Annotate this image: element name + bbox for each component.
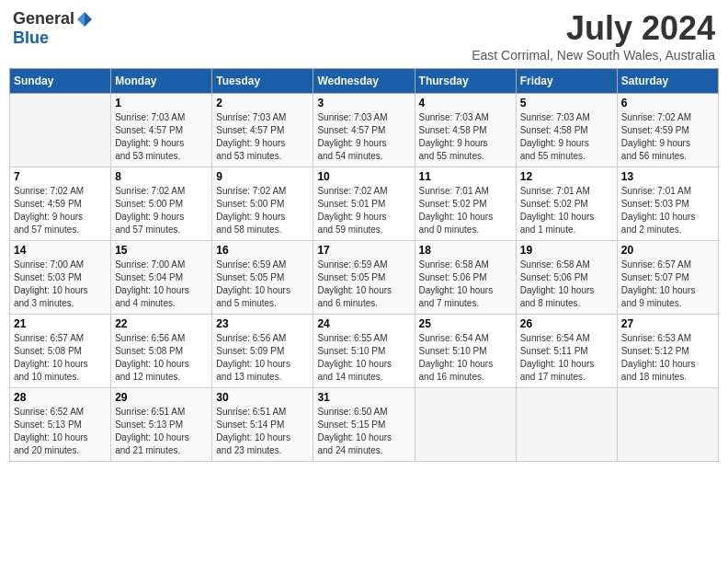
calendar-day-cell: 11Sunrise: 7:01 AM Sunset: 5:02 PM Dayli… [415,167,516,241]
day-number: 15 [115,244,208,257]
calendar-day-cell: 6Sunrise: 7:02 AM Sunset: 4:59 PM Daylig… [617,94,718,167]
calendar-day-cell: 19Sunrise: 6:58 AM Sunset: 5:06 PM Dayli… [516,241,617,315]
calendar-day-cell [10,94,111,167]
day-number: 22 [115,317,208,330]
day-info: Sunrise: 6:59 AM Sunset: 5:05 PM Dayligh… [216,259,309,310]
calendar-day-cell: 1Sunrise: 7:03 AM Sunset: 4:57 PM Daylig… [111,94,212,167]
day-number: 25 [419,317,512,330]
day-info: Sunrise: 7:02 AM Sunset: 5:00 PM Dayligh… [216,185,309,236]
day-number: 4 [419,97,512,109]
calendar-day-cell: 16Sunrise: 6:59 AM Sunset: 5:05 PM Dayli… [212,241,313,315]
day-number: 16 [216,244,309,257]
day-number: 8 [115,170,208,183]
calendar-week-row: 28Sunrise: 6:52 AM Sunset: 5:13 PM Dayli… [10,388,719,462]
calendar-table: SundayMondayTuesdayWednesdayThursdayFrid… [9,68,719,462]
day-info: Sunrise: 6:59 AM Sunset: 5:05 PM Dayligh… [317,259,410,310]
day-info: Sunrise: 7:02 AM Sunset: 5:00 PM Dayligh… [115,185,208,236]
day-info: Sunrise: 6:58 AM Sunset: 5:06 PM Dayligh… [419,259,512,310]
logo-icon [75,10,94,29]
calendar-day-cell: 14Sunrise: 7:00 AM Sunset: 5:03 PM Dayli… [10,241,111,315]
logo: General Blue [13,9,95,48]
day-number: 24 [317,317,410,330]
title-area: July 2024 East Corrimal, New South Wales… [472,9,715,63]
calendar-day-cell: 27Sunrise: 6:53 AM Sunset: 5:12 PM Dayli… [617,315,718,388]
calendar-day-cell: 15Sunrise: 7:00 AM Sunset: 5:04 PM Dayli… [111,241,212,315]
day-info: Sunrise: 7:03 AM Sunset: 4:57 PM Dayligh… [216,111,309,163]
day-number: 11 [419,170,512,183]
calendar-week-row: 14Sunrise: 7:00 AM Sunset: 5:03 PM Dayli… [10,241,719,315]
calendar-day-cell: 13Sunrise: 7:01 AM Sunset: 5:03 PM Dayli… [617,167,718,241]
calendar-day-cell: 30Sunrise: 6:51 AM Sunset: 5:14 PM Dayli… [212,388,313,462]
logo-general: General [13,9,74,29]
day-of-week-header: Sunday [10,69,111,94]
day-number: 19 [520,244,613,257]
calendar-week-row: 7Sunrise: 7:02 AM Sunset: 4:59 PM Daylig… [10,167,719,241]
day-number: 31 [317,391,410,404]
logo-blue: Blue [13,29,49,48]
header: General Blue July 2024 East Corrimal, Ne… [9,9,719,63]
calendar-week-row: 21Sunrise: 6:57 AM Sunset: 5:08 PM Dayli… [10,315,719,388]
calendar-day-cell: 12Sunrise: 7:01 AM Sunset: 5:02 PM Dayli… [516,167,617,241]
calendar-day-cell: 25Sunrise: 6:54 AM Sunset: 5:10 PM Dayli… [415,315,516,388]
day-info: Sunrise: 7:01 AM Sunset: 5:03 PM Dayligh… [621,185,714,236]
calendar-day-cell: 18Sunrise: 6:58 AM Sunset: 5:06 PM Dayli… [415,241,516,315]
day-number: 20 [621,244,714,257]
day-number: 27 [621,317,714,330]
day-number: 26 [520,317,613,330]
day-info: Sunrise: 7:02 AM Sunset: 4:59 PM Dayligh… [14,185,107,236]
day-info: Sunrise: 7:03 AM Sunset: 4:57 PM Dayligh… [317,111,410,163]
day-number: 2 [216,97,309,109]
day-info: Sunrise: 6:57 AM Sunset: 5:08 PM Dayligh… [14,332,107,384]
day-number: 6 [621,97,714,109]
title-month: July 2024 [472,9,715,48]
day-number: 7 [14,170,107,183]
day-info: Sunrise: 7:01 AM Sunset: 5:02 PM Dayligh… [419,185,512,236]
day-info: Sunrise: 7:01 AM Sunset: 5:02 PM Dayligh… [520,185,613,236]
day-number: 9 [216,170,309,183]
calendar-day-cell: 7Sunrise: 7:02 AM Sunset: 4:59 PM Daylig… [10,167,111,241]
calendar-day-cell: 28Sunrise: 6:52 AM Sunset: 5:13 PM Dayli… [10,388,111,462]
calendar-day-cell: 8Sunrise: 7:02 AM Sunset: 5:00 PM Daylig… [111,167,212,241]
day-number: 29 [115,391,208,404]
day-number: 1 [115,97,208,109]
svg-marker-1 [77,12,85,27]
calendar-day-cell [516,388,617,462]
day-info: Sunrise: 6:50 AM Sunset: 5:15 PM Dayligh… [317,406,410,457]
calendar-day-cell: 2Sunrise: 7:03 AM Sunset: 4:57 PM Daylig… [212,94,313,167]
day-info: Sunrise: 6:57 AM Sunset: 5:07 PM Dayligh… [621,259,714,310]
day-of-week-header: Friday [516,69,617,94]
day-info: Sunrise: 6:58 AM Sunset: 5:06 PM Dayligh… [520,259,613,310]
calendar-day-cell: 26Sunrise: 6:54 AM Sunset: 5:11 PM Dayli… [516,315,617,388]
calendar-body: 1Sunrise: 7:03 AM Sunset: 4:57 PM Daylig… [10,94,719,462]
title-location: East Corrimal, New South Wales, Australi… [472,48,715,63]
day-number: 3 [317,97,410,109]
calendar-day-cell: 29Sunrise: 6:51 AM Sunset: 5:13 PM Dayli… [111,388,212,462]
day-number: 13 [621,170,714,183]
day-number: 21 [14,317,107,330]
day-info: Sunrise: 6:55 AM Sunset: 5:10 PM Dayligh… [317,332,410,384]
calendar-day-cell: 23Sunrise: 6:56 AM Sunset: 5:09 PM Dayli… [212,315,313,388]
day-info: Sunrise: 6:53 AM Sunset: 5:12 PM Dayligh… [621,332,714,384]
day-info: Sunrise: 6:51 AM Sunset: 5:13 PM Dayligh… [115,406,208,457]
day-number: 23 [216,317,309,330]
day-number: 12 [520,170,613,183]
calendar-day-cell: 31Sunrise: 6:50 AM Sunset: 5:15 PM Dayli… [313,388,415,462]
day-number: 10 [317,170,410,183]
calendar-day-cell: 9Sunrise: 7:02 AM Sunset: 5:00 PM Daylig… [212,167,313,241]
day-info: Sunrise: 6:51 AM Sunset: 5:14 PM Dayligh… [216,406,309,457]
day-info: Sunrise: 6:56 AM Sunset: 5:08 PM Dayligh… [115,332,208,384]
day-of-week-header: Thursday [415,69,516,94]
day-of-week-header: Tuesday [212,69,313,94]
day-info: Sunrise: 7:02 AM Sunset: 4:59 PM Dayligh… [621,111,714,163]
day-of-week-header: Monday [111,69,212,94]
day-info: Sunrise: 6:54 AM Sunset: 5:10 PM Dayligh… [419,332,512,384]
calendar-day-cell: 10Sunrise: 7:02 AM Sunset: 5:01 PM Dayli… [313,167,415,241]
day-info: Sunrise: 7:03 AM Sunset: 4:57 PM Dayligh… [115,111,208,163]
day-of-week-header: Saturday [617,69,718,94]
day-number: 17 [317,244,410,257]
day-number: 5 [520,97,613,109]
day-info: Sunrise: 6:52 AM Sunset: 5:13 PM Dayligh… [14,406,107,457]
day-of-week-header: Wednesday [313,69,415,94]
calendar-day-cell: 22Sunrise: 6:56 AM Sunset: 5:08 PM Dayli… [111,315,212,388]
calendar-header-row: SundayMondayTuesdayWednesdayThursdayFrid… [10,69,719,94]
